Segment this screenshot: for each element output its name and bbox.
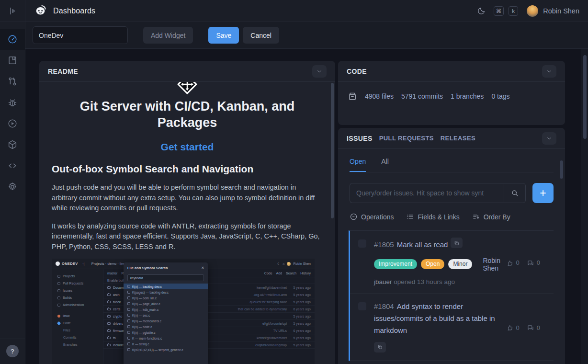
issue-checkbox[interactable] [358,239,366,248]
issue-number: #1804 [374,302,394,310]
mini-avatar [287,262,291,266]
issue-number: #1805 [374,240,394,249]
code-widget-title: CODE [347,68,367,75]
issues-tabs: Open All [350,158,554,172]
help-button[interactable]: ? [6,345,19,357]
package-icon [7,139,18,150]
new-issue-button[interactable]: + [532,183,554,203]
dark-mode-toggle[interactable] [477,6,486,15]
issues-toolbar: Operations Fields & Links Order By [350,213,554,221]
issue-title[interactable]: Mark all as read [397,240,448,249]
chevron-down-icon [546,68,553,75]
comments-count[interactable]: 0 [527,303,540,353]
mini-subnav-item: Commits [52,334,103,341]
mini-result-row: K(x) — oom_kill.c [124,295,208,301]
book-icon [7,55,18,66]
operations-icon [350,213,358,221]
sort-icon [472,213,480,221]
mini-nav-item: Projects [52,273,103,280]
comments-count[interactable]: 0 [527,240,540,285]
onedev-logo[interactable] [34,4,47,17]
user-name[interactable]: Robin Shen [543,7,579,15]
user-avatar[interactable] [527,5,538,17]
sidebar-nav [0,22,25,197]
issue-opener[interactable]: jbauer [374,278,392,285]
order-by-menu[interactable]: Order By [472,213,510,221]
mini-actions: Code Add Search History [264,272,311,275]
label-open[interactable]: Open [421,259,444,269]
thumbs-up-vote[interactable]: 0 [506,240,520,285]
tab-all[interactable]: All [381,158,389,172]
mini-result-row: K — string.c [124,341,208,347]
code-icon [7,160,18,171]
sidebar-item-administration[interactable] [0,176,25,197]
sidebar-expand-button[interactable] [0,0,25,22]
code-widget: CODE 4908 files 5791 commits 1 branches … [338,61,565,125]
save-button[interactable]: Save [208,27,239,44]
mini-nav-item: Issues [52,287,103,294]
sidebar-item-dashboards[interactable] [0,29,25,50]
cancel-button[interactable]: Cancel [243,27,279,44]
assignee-name[interactable]: Robin Shen [483,257,500,272]
move-drag-handle-icon[interactable] [177,82,197,94]
label-minor[interactable]: Minor [448,259,472,269]
code-collapse-button[interactable] [542,65,556,78]
search-button[interactable] [504,183,526,203]
readme-scrollbar[interactable] [331,83,334,218]
search-group [350,183,526,203]
sidebar-item-issues[interactable] [0,92,25,113]
list-icon [406,213,414,221]
dashboard-canvas: README Git Server with CI/CD, Kanban, an… [25,49,588,364]
sidebar-item-code-search[interactable] [0,155,25,176]
readme-paragraph-2: It works by analyzing source code with A… [52,221,323,252]
readme-widget-header: README [39,61,335,82]
sidebar-item-builds[interactable] [0,113,25,134]
label-improvement[interactable]: Improvement [374,259,417,269]
get-started-link[interactable]: Get started [52,141,323,153]
readme-collapse-button[interactable] [312,65,327,78]
commits-link[interactable]: 5791 commits [401,92,443,100]
mini-project-item: linux [52,312,103,319]
sidebar-item-packages[interactable] [0,134,25,155]
mini-close-icon: × [202,265,204,270]
thumbs-up-icon [506,259,514,267]
mini-result-row: K(x) — page_alloc.c [124,301,208,307]
issue-row[interactable]: #1805Mark all as read Improvement Open M… [350,231,554,294]
mini-search-input: keyboard [127,274,204,281]
mini-user-name: Robin Shen [293,262,311,265]
mini-search-modal: File and Symbol Search × keyboard K(x) —… [124,262,208,364]
shortcut-cmd-key: ⌘ [494,6,504,16]
readme-widget-title: README [48,68,78,75]
add-widget-button[interactable]: Add Widget [143,27,193,44]
fields-links-menu[interactable]: Fields & Links [406,213,459,221]
dashboard-name-input[interactable] [33,26,128,44]
mini-modal-title: File and Symbol Search [127,266,168,270]
readme-content: Git Server with CI/CD, Kanban, and Packa… [39,82,335,364]
issues-header-tab[interactable]: ISSUES [347,135,373,142]
files-link[interactable]: 4908 files [365,92,394,100]
sidebar-item-projects[interactable] [0,50,25,71]
page-scrollbar-track[interactable] [581,49,588,364]
sidebar-item-pull-requests[interactable] [0,71,25,92]
issue-row[interactable]: #1804Add syntax to render issues/commits… [350,294,554,361]
operations-menu[interactable]: Operations [350,213,394,221]
issues-scrollbar[interactable] [560,160,563,179]
tab-open[interactable]: Open [350,158,366,172]
comment-icon [527,324,534,331]
mini-sidebar: Projects Pull Requests Issues Builds Adm… [52,269,103,364]
copy-icon[interactable] [374,342,386,353]
pull-requests-header-tab[interactable]: PULL REQUESTS [379,135,434,142]
copy-icon[interactable] [451,238,463,248]
tags-link[interactable]: 0 tags [491,92,509,100]
help-label: ? [11,348,14,355]
releases-header-tab[interactable]: RELEASES [441,135,475,142]
issues-collapse-button[interactable] [542,132,556,145]
issue-query-input[interactable] [350,183,504,203]
branches-link[interactable]: 1 branches [451,92,484,100]
issue-checkbox[interactable] [358,302,366,310]
mini-subnav-item: Files [52,327,103,334]
thumbs-up-vote[interactable]: 0 [506,303,520,353]
mini-body: Projects Pull Requests Issues Builds Adm… [52,269,315,364]
page-scrollbar-thumb[interactable] [583,55,587,139]
mini-brand: ONEDEV [62,262,78,266]
